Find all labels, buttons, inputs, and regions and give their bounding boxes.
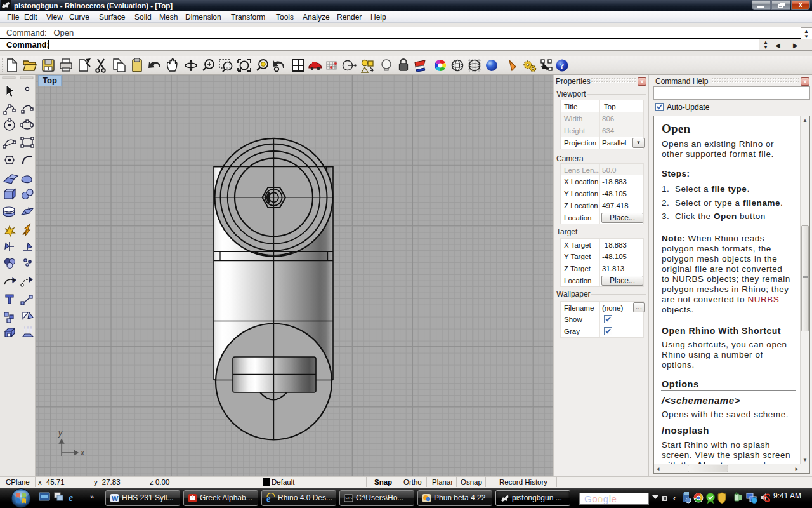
- svg-text:y: y: [58, 429, 63, 438]
- svg-text:»: »: [90, 493, 94, 500]
- svg-text:e: e: [69, 492, 73, 503]
- svg-text:x: x: [80, 448, 85, 457]
- svg-text:W: W: [112, 495, 119, 502]
- svg-text:C:\: C:\: [346, 496, 353, 500]
- svg-text:?: ?: [560, 61, 565, 70]
